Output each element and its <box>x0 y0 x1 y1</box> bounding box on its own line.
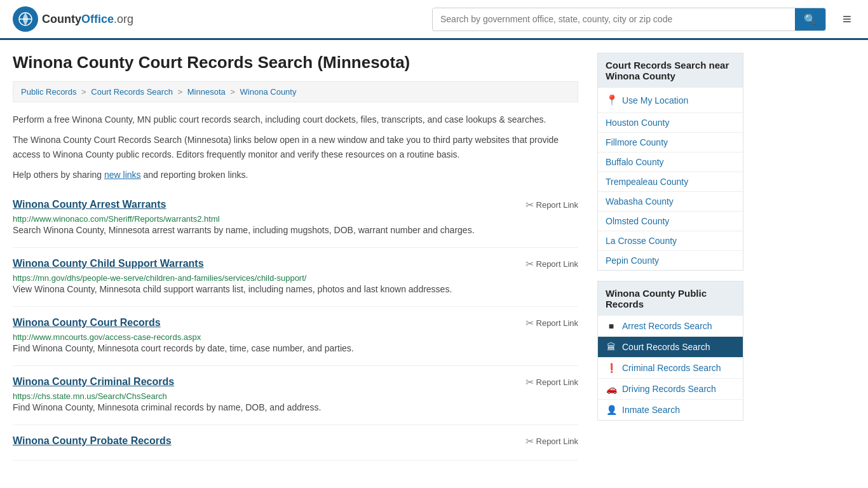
content-area: Winona County Court Records Search (Minn… <box>13 53 597 461</box>
breadcrumb-sep1: > <box>81 87 88 97</box>
result-url-3[interactable]: https://chs.state.mn.us/Search/ChsSearch <box>13 391 167 401</box>
nearby-county-link-2[interactable]: Buffalo County <box>606 157 664 167</box>
result-title-3[interactable]: Winona County Criminal Records <box>13 376 174 388</box>
report-label-4: Report Link <box>536 437 578 446</box>
search-input[interactable] <box>433 9 795 29</box>
record-label-2[interactable]: Criminal Records Search <box>622 363 721 373</box>
menu-button[interactable]: ≡ <box>839 10 855 28</box>
nearby-county-link-1[interactable]: Fillmore County <box>606 137 668 147</box>
record-link-2[interactable]: ❗ Criminal Records Search <box>598 358 743 379</box>
record-icon-1: 🏛 <box>606 342 617 352</box>
report-icon-4: ✂ <box>526 435 534 447</box>
sidebar: Court Records Search near Winona County … <box>597 53 743 461</box>
nearby-county-link-0[interactable]: Houston County <box>606 118 669 128</box>
report-icon-3: ✂ <box>526 376 534 388</box>
nearby-county-link-4[interactable]: Wabasha County <box>606 196 674 207</box>
report-label-3: Report Link <box>536 377 578 387</box>
result-title-4[interactable]: Winona County Probate Records <box>13 435 172 447</box>
result-url-1[interactable]: https://mn.gov/dhs/people-we-serve/child… <box>13 273 306 283</box>
result-url-0[interactable]: http://www.winonaco.com/Sheriff/Reports/… <box>13 214 220 224</box>
nearby-title: Court Records Search near Winona County <box>598 53 743 88</box>
report-label-1: Report Link <box>536 259 578 269</box>
page-title: Winona County Court Records Search (Minn… <box>13 53 578 72</box>
record-label-4[interactable]: Inmate Search <box>622 405 680 415</box>
breadcrumb-minnesota[interactable]: Minnesota <box>187 87 226 97</box>
description-3: Help others by sharing new links and rep… <box>13 168 578 182</box>
result-desc-1: View Winona County, Minnesota child supp… <box>13 283 578 296</box>
nearby-county-link-3[interactable]: Trempealeau County <box>606 177 688 187</box>
logo-text: CountyOffice.org <box>42 13 133 26</box>
result-title-2[interactable]: Winona County Court Records <box>13 317 161 329</box>
report-icon-0: ✂ <box>526 199 534 211</box>
result-item: Winona County Criminal Records ✂ Report … <box>13 366 578 425</box>
record-link-0[interactable]: ■ Arrest Records Search <box>598 316 743 337</box>
nearby-county-7[interactable]: Pepin County <box>598 251 743 270</box>
public-records-title: Winona County Public Records <box>598 281 743 316</box>
record-link-4[interactable]: 👤 Inmate Search <box>598 400 743 420</box>
breadcrumb-winona[interactable]: Winona County <box>240 87 297 97</box>
result-item: Winona County Arrest Warrants ✂ Report L… <box>13 189 578 248</box>
logo-link[interactable]: CountyOffice.org <box>13 6 133 32</box>
nearby-counties: Houston CountyFillmore CountyBuffalo Cou… <box>598 113 743 270</box>
logo-office: Office <box>81 13 114 25</box>
public-records-section: Winona County Public Records ■ Arrest Re… <box>597 281 743 421</box>
new-links-link[interactable]: new links <box>104 170 141 180</box>
breadcrumb: Public Records > Court Records Search > … <box>13 81 578 102</box>
report-link-0[interactable]: ✂ Report Link <box>526 199 578 211</box>
use-my-location[interactable]: 📍 Use My Location <box>598 88 743 113</box>
nearby-county-0[interactable]: Houston County <box>598 113 743 133</box>
description-2: The Winona County Court Records Search (… <box>13 133 578 161</box>
result-desc-2: Find Winona County, Minnesota court reco… <box>13 342 578 355</box>
record-icon-0: ■ <box>606 321 617 331</box>
report-label-2: Report Link <box>536 318 578 328</box>
record-links-container: ■ Arrest Records Search 🏛 Court Records … <box>598 316 743 420</box>
nearby-county-4[interactable]: Wabasha County <box>598 192 743 212</box>
use-my-location-link[interactable]: Use My Location <box>622 95 688 105</box>
nearby-county-6[interactable]: La Crosse County <box>598 231 743 251</box>
result-title-1[interactable]: Winona County Child Support Warrants <box>13 258 204 269</box>
result-title-0[interactable]: Winona County Arrest Warrants <box>13 199 166 210</box>
breadcrumb-court-records[interactable]: Court Records Search <box>91 87 173 97</box>
logo-icon <box>13 6 38 32</box>
report-link-1[interactable]: ✂ Report Link <box>526 258 578 270</box>
search-button[interactable]: 🔍 <box>795 8 825 30</box>
record-icon-2: ❗ <box>606 363 617 373</box>
nearby-county-link-7[interactable]: Pepin County <box>606 255 659 266</box>
nearby-county-5[interactable]: Olmsted County <box>598 212 743 231</box>
record-label-3[interactable]: Driving Records Search <box>622 384 716 394</box>
report-link-2[interactable]: ✂ Report Link <box>526 317 578 329</box>
search-bar: 🔍 <box>432 8 826 31</box>
report-label-0: Report Link <box>536 200 578 210</box>
location-icon: 📍 <box>606 94 618 106</box>
record-icon-4: 👤 <box>606 405 617 415</box>
nearby-county-link-5[interactable]: Olmsted County <box>606 216 669 226</box>
result-header: Winona County Court Records ✂ Report Lin… <box>13 317 578 329</box>
results-container: Winona County Arrest Warrants ✂ Report L… <box>13 189 578 461</box>
report-link-4[interactable]: ✂ Report Link <box>526 435 578 447</box>
breadcrumb-sep2: > <box>178 87 185 97</box>
report-icon-1: ✂ <box>526 258 534 270</box>
nearby-county-1[interactable]: Fillmore County <box>598 133 743 152</box>
result-url-2[interactable]: http://www.mncourts.gov/access-case-reco… <box>13 332 201 342</box>
main-container: Winona County Court Records Search (Minn… <box>0 40 868 473</box>
result-desc-0: Search Winona County, Minnesota arrest w… <box>13 224 578 237</box>
breadcrumb-sep3: > <box>230 87 237 97</box>
record-link-1[interactable]: 🏛 Court Records Search <box>598 337 743 358</box>
record-label-0[interactable]: Arrest Records Search <box>622 321 712 331</box>
result-header: Winona County Arrest Warrants ✂ Report L… <box>13 199 578 211</box>
breadcrumb-public-records[interactable]: Public Records <box>21 87 76 97</box>
report-link-3[interactable]: ✂ Report Link <box>526 376 578 388</box>
nearby-county-2[interactable]: Buffalo County <box>598 152 743 172</box>
result-item: Winona County Child Support Warrants ✂ R… <box>13 248 578 307</box>
nearby-county-3[interactable]: Trempealeau County <box>598 172 743 192</box>
result-item: Winona County Court Records ✂ Report Lin… <box>13 307 578 366</box>
result-header: Winona County Probate Records ✂ Report L… <box>13 435 578 447</box>
report-icon-2: ✂ <box>526 317 534 329</box>
site-header: CountyOffice.org 🔍 ≡ <box>0 0 868 40</box>
nearby-county-link-6[interactable]: La Crosse County <box>606 236 677 246</box>
result-header: Winona County Child Support Warrants ✂ R… <box>13 258 578 270</box>
record-icon-3: 🚗 <box>606 384 617 394</box>
record-link-3[interactable]: 🚗 Driving Records Search <box>598 379 743 400</box>
record-label-1[interactable]: Court Records Search <box>622 342 710 352</box>
result-item: Winona County Probate Records ✂ Report L… <box>13 425 578 461</box>
